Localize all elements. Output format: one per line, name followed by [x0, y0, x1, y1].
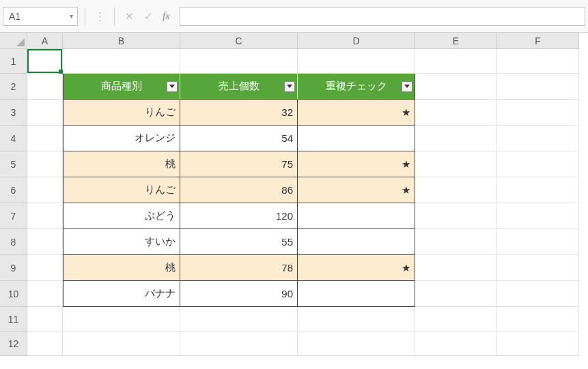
- name-box[interactable]: [3, 10, 65, 23]
- cell-F2[interactable]: [497, 74, 579, 100]
- cell-A6[interactable]: [27, 177, 63, 203]
- cell-C2[interactable]: 売上個数: [180, 74, 298, 100]
- row-header-12[interactable]: 12: [0, 331, 27, 356]
- cell-E6[interactable]: [415, 177, 497, 203]
- cell-B4[interactable]: オレンジ: [63, 126, 180, 151]
- cell-F12[interactable]: [497, 331, 579, 356]
- cell-D3[interactable]: ★: [298, 100, 415, 126]
- cell-A2[interactable]: [27, 74, 63, 100]
- cell-E1[interactable]: [415, 49, 497, 74]
- row-header-8[interactable]: 8: [0, 229, 27, 255]
- enter-icon[interactable]: ✓: [141, 9, 156, 24]
- cell-E9[interactable]: [415, 255, 497, 281]
- cell-B2[interactable]: 商品種別: [63, 74, 180, 100]
- cell-F9[interactable]: [497, 255, 579, 281]
- cell-E2[interactable]: [415, 74, 497, 100]
- row-header-2[interactable]: 2: [0, 74, 27, 100]
- column-header-E[interactable]: E: [415, 33, 497, 49]
- cell-B9[interactable]: 桃: [63, 255, 180, 281]
- cell-C3[interactable]: 32: [180, 100, 298, 126]
- cell-D9[interactable]: ★: [298, 255, 415, 281]
- cell-C9[interactable]: 78: [180, 255, 298, 281]
- column-header-D[interactable]: D: [298, 33, 415, 49]
- cell-E11[interactable]: [415, 307, 497, 331]
- cell-F1[interactable]: [497, 49, 579, 74]
- cell-C12[interactable]: [180, 331, 298, 356]
- cancel-icon[interactable]: ✕: [122, 9, 137, 24]
- cell-A3[interactable]: [27, 100, 63, 126]
- cell-F8[interactable]: [497, 229, 579, 255]
- cell-F4[interactable]: [497, 126, 579, 151]
- cell-F5[interactable]: [497, 151, 579, 177]
- cell-B6[interactable]: りんご: [63, 177, 180, 203]
- filter-dropdown-icon[interactable]: [402, 81, 412, 92]
- cell-B12[interactable]: [63, 331, 180, 356]
- cell-D11[interactable]: [298, 307, 415, 331]
- cell-C1[interactable]: [180, 49, 298, 74]
- cell-A7[interactable]: [27, 203, 63, 229]
- cell-C6[interactable]: 86: [180, 177, 298, 203]
- row-header-4[interactable]: 4: [0, 126, 27, 151]
- cell-D4[interactable]: [298, 126, 415, 151]
- filter-dropdown-icon[interactable]: [284, 81, 295, 92]
- cell-A10[interactable]: [27, 281, 63, 307]
- row-header-9[interactable]: 9: [0, 255, 27, 281]
- cell-A4[interactable]: [27, 126, 63, 151]
- column-header-F[interactable]: F: [497, 33, 579, 49]
- cell-E12[interactable]: [415, 331, 497, 356]
- cell-D6[interactable]: ★: [298, 177, 415, 203]
- column-header-A[interactable]: A: [27, 33, 63, 49]
- row-header-6[interactable]: 6: [0, 177, 27, 203]
- cell-B8[interactable]: すいか: [63, 229, 180, 255]
- row-header-11[interactable]: 11: [0, 307, 27, 331]
- cell-F11[interactable]: [497, 307, 579, 331]
- cell-A5[interactable]: [27, 151, 63, 177]
- formula-input[interactable]: [180, 7, 585, 26]
- cell-E5[interactable]: [415, 151, 497, 177]
- cell-B3[interactable]: りんご: [63, 100, 180, 126]
- cell-E10[interactable]: [415, 281, 497, 307]
- row-header-1[interactable]: 1: [0, 49, 27, 74]
- select-all-corner[interactable]: [0, 33, 27, 49]
- cell-A1[interactable]: [27, 49, 63, 74]
- cell-F6[interactable]: [497, 177, 579, 203]
- cell-F10[interactable]: [497, 281, 579, 307]
- filter-dropdown-icon[interactable]: [167, 81, 178, 92]
- cell-A8[interactable]: [27, 229, 63, 255]
- cell-D1[interactable]: [298, 49, 415, 74]
- cell-F7[interactable]: [497, 203, 579, 229]
- cell-F3[interactable]: [497, 100, 579, 126]
- row-header-3[interactable]: 3: [0, 100, 27, 126]
- cell-E7[interactable]: [415, 203, 497, 229]
- cell-A9[interactable]: [27, 255, 63, 281]
- cell-B11[interactable]: [63, 307, 180, 331]
- cell-A11[interactable]: [27, 307, 63, 331]
- cell-D12[interactable]: [298, 331, 415, 356]
- cell-E8[interactable]: [415, 229, 497, 255]
- cell-D8[interactable]: [298, 229, 415, 255]
- cell-A12[interactable]: [27, 331, 63, 356]
- cell-B10[interactable]: バナナ: [63, 281, 180, 307]
- cell-D10[interactable]: [298, 281, 415, 307]
- row-header-5[interactable]: 5: [0, 151, 27, 177]
- cell-E3[interactable]: [415, 100, 497, 126]
- cell-C4[interactable]: 54: [180, 126, 298, 151]
- name-box-dropdown[interactable]: ▾: [65, 12, 77, 20]
- cell-D7[interactable]: [298, 203, 415, 229]
- cell-C11[interactable]: [180, 307, 298, 331]
- more-icon[interactable]: ⋮: [92, 9, 107, 24]
- cell-B7[interactable]: ぶどう: [63, 203, 180, 229]
- cell-C5[interactable]: 75: [180, 151, 298, 177]
- cell-D5[interactable]: ★: [298, 151, 415, 177]
- row-header-7[interactable]: 7: [0, 203, 27, 229]
- row-header-10[interactable]: 10: [0, 281, 27, 307]
- cell-B1[interactable]: [63, 49, 180, 74]
- cell-C8[interactable]: 55: [180, 229, 298, 255]
- column-header-C[interactable]: C: [180, 33, 298, 49]
- fx-icon[interactable]: fx: [160, 10, 173, 22]
- cell-C7[interactable]: 120: [180, 203, 298, 229]
- cell-B5[interactable]: 桃: [63, 151, 180, 177]
- cell-D2[interactable]: 重複チェック: [298, 74, 415, 100]
- cell-E4[interactable]: [415, 126, 497, 151]
- column-header-B[interactable]: B: [63, 33, 180, 49]
